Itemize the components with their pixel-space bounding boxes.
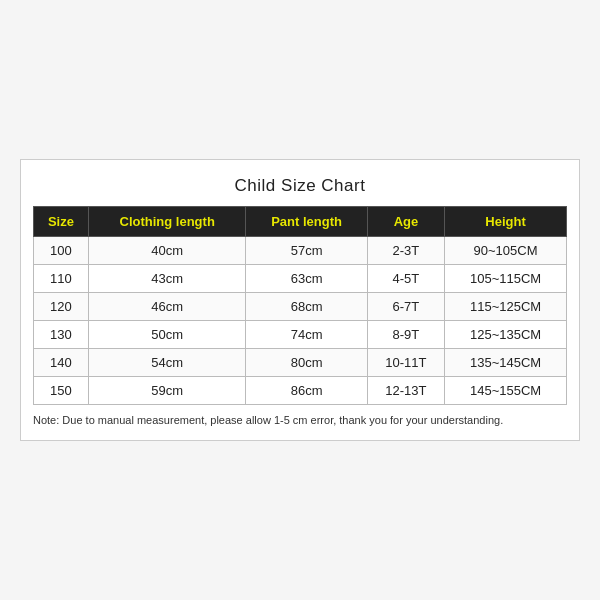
table-row: 12046cm68cm6-7T115~125CM [34,292,567,320]
header-clothing-length: Clothing length [88,206,246,236]
chart-container: Child Size Chart Size Clothing length Pa… [20,159,580,441]
cell-age: 4-5T [367,264,444,292]
cell-clothing_length: 59cm [88,376,246,404]
cell-clothing_length: 50cm [88,320,246,348]
cell-age: 8-9T [367,320,444,348]
cell-height: 125~135CM [445,320,567,348]
table-header-row: Size Clothing length Pant length Age Hei… [34,206,567,236]
cell-size: 120 [34,292,89,320]
cell-size: 140 [34,348,89,376]
chart-note: Note: Due to manual measurement, please … [33,413,567,428]
cell-size: 130 [34,320,89,348]
header-size: Size [34,206,89,236]
cell-pant_length: 86cm [246,376,367,404]
table-row: 15059cm86cm12-13T145~155CM [34,376,567,404]
cell-height: 145~155CM [445,376,567,404]
cell-age: 12-13T [367,376,444,404]
cell-height: 90~105CM [445,236,567,264]
cell-age: 10-11T [367,348,444,376]
header-height: Height [445,206,567,236]
cell-clothing_length: 54cm [88,348,246,376]
table-row: 11043cm63cm4-5T105~115CM [34,264,567,292]
cell-height: 115~125CM [445,292,567,320]
cell-clothing_length: 46cm [88,292,246,320]
cell-size: 110 [34,264,89,292]
cell-height: 135~145CM [445,348,567,376]
cell-pant_length: 63cm [246,264,367,292]
cell-clothing_length: 43cm [88,264,246,292]
cell-age: 2-3T [367,236,444,264]
cell-pant_length: 80cm [246,348,367,376]
cell-clothing_length: 40cm [88,236,246,264]
cell-pant_length: 68cm [246,292,367,320]
cell-height: 105~115CM [445,264,567,292]
cell-age: 6-7T [367,292,444,320]
size-chart-table: Size Clothing length Pant length Age Hei… [33,206,567,405]
header-pant-length: Pant length [246,206,367,236]
chart-title: Child Size Chart [33,176,567,196]
cell-size: 150 [34,376,89,404]
cell-pant_length: 57cm [246,236,367,264]
table-row: 10040cm57cm2-3T90~105CM [34,236,567,264]
header-age: Age [367,206,444,236]
table-row: 14054cm80cm10-11T135~145CM [34,348,567,376]
cell-size: 100 [34,236,89,264]
table-row: 13050cm74cm8-9T125~135CM [34,320,567,348]
cell-pant_length: 74cm [246,320,367,348]
